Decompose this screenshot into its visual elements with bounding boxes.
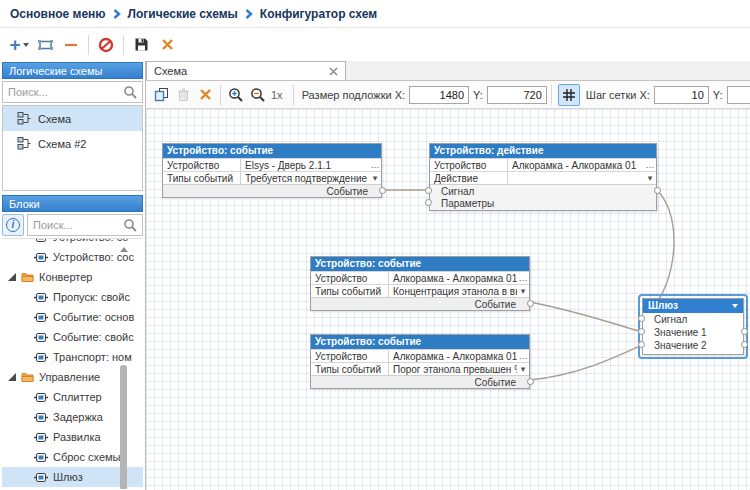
chevron-right-icon: [113, 9, 121, 19]
breadcrumb-item-logic-schemes[interactable]: Логические схемы: [128, 7, 238, 21]
input-port[interactable]: [638, 328, 645, 335]
left-sidebar: Логические схемы: [0, 61, 145, 490]
delete-button[interactable]: [194, 84, 216, 106]
dropdown-caret-icon[interactable]: ▾: [644, 172, 656, 184]
node-gateway[interactable]: Шлюз Сигнал Значение 1: [642, 298, 744, 355]
blocks-tree-item-pass-props[interactable]: Пропуск: свойс: [2, 287, 143, 307]
blocks-tree-item-event-props[interactable]: Событие: свойс: [2, 327, 143, 347]
wire-event3-to-value2[interactable]: [530, 345, 642, 380]
node-title[interactable]: Устройство: событие: [163, 144, 381, 158]
input-port[interactable]: [638, 341, 645, 348]
expander-icon[interactable]: [8, 273, 16, 281]
node-device-event-3[interactable]: Устройство: событие Устройство Алкорамка…: [310, 334, 530, 389]
search-icon[interactable]: [123, 85, 138, 104]
grid-y-input[interactable]: [727, 86, 750, 104]
row-value[interactable]: Elsys - Дверь 2.1.1: [245, 159, 369, 171]
block-icon: [98, 37, 114, 53]
plus-icon: +: [9, 36, 20, 54]
close-button[interactable]: [155, 33, 179, 57]
tab-close-icon[interactable]: [329, 67, 338, 76]
ellipsis-button[interactable]: …: [644, 159, 656, 171]
blocks-tree-item-transport[interactable]: Транспорт: ном: [2, 347, 143, 367]
grid-toggle-button[interactable]: [558, 84, 580, 106]
blocks-tree-item-clipped[interactable]: Устройство: со: [2, 238, 143, 247]
block-icon: [34, 312, 48, 323]
node-title[interactable]: Устройство: действие: [430, 144, 656, 158]
row-label: Действие: [430, 172, 508, 184]
input-port[interactable]: [425, 187, 432, 194]
scrollbar-thumb[interactable]: [120, 365, 127, 489]
port-label: Сигнал: [654, 314, 687, 325]
info-button[interactable]: i: [2, 214, 24, 236]
ellipsis-button[interactable]: …: [369, 159, 381, 171]
input-port[interactable]: [638, 315, 645, 322]
size-x-input[interactable]: [409, 86, 469, 104]
disable-button[interactable]: [94, 33, 118, 57]
node-gateway-selection: Шлюз Сигнал Значение 1: [638, 294, 748, 359]
add-button[interactable]: +: [7, 33, 31, 57]
zoom-out-icon: [250, 87, 266, 103]
grid-x-input[interactable]: [654, 86, 709, 104]
schemes-search-box: [2, 81, 143, 103]
output-port[interactable]: [527, 300, 534, 307]
scheme-canvas[interactable]: Устройство: событие Устройство Elsys - Д…: [146, 109, 750, 490]
row-value[interactable]: Концентрация этанола в выдохе н...: [393, 285, 517, 297]
row-value[interactable]: Алкорамка - Алкорамка 01: [512, 159, 644, 171]
output-port[interactable]: [654, 187, 661, 194]
input-port-label: Параметры: [441, 198, 494, 209]
scroll-up-icon[interactable]: [120, 247, 128, 252]
save-button[interactable]: [129, 33, 153, 57]
tab-schema[interactable]: Схема: [146, 61, 346, 80]
dropdown-caret-icon[interactable]: ▾: [369, 172, 381, 184]
node-row-event-types: Типы событий Концентрация этанола в выдо…: [311, 284, 529, 297]
size-y-input[interactable]: [487, 86, 547, 104]
row-value[interactable]: Алкорамка - Алкорамка 01: [393, 350, 517, 362]
node-device-action[interactable]: Устройство: действие Устройство Алкорамк…: [429, 143, 657, 211]
tab-label: Схема: [154, 65, 329, 77]
minus-icon: [64, 38, 78, 52]
node-device-event-1[interactable]: Устройство: событие Устройство Elsys - Д…: [162, 143, 382, 198]
output-port[interactable]: [379, 187, 386, 194]
blocks-search-row: i: [2, 214, 143, 236]
ellipsis-button[interactable]: …: [517, 350, 529, 362]
chevron-down-icon[interactable]: [732, 304, 738, 308]
blocks-tree: Устройство: со Устройство: сос Конв: [2, 238, 143, 489]
search-icon[interactable]: [123, 218, 138, 237]
blocks-tree-item-event-main[interactable]: Событие: основ: [2, 307, 143, 327]
expander-icon[interactable]: [8, 373, 16, 381]
rename-button[interactable]: [33, 33, 57, 57]
output-port[interactable]: [741, 328, 748, 335]
breadcrumb-item-main-menu[interactable]: Основное меню: [10, 7, 106, 21]
copy-button[interactable]: [150, 84, 172, 106]
blocks-tree-folder-converter[interactable]: Конвертер: [2, 267, 143, 287]
blocks-search-box: [27, 214, 143, 236]
toolbar-separator: [551, 85, 552, 105]
row-value[interactable]: Алкорамка - Алкорамка 01: [393, 272, 517, 284]
wire-event2-to-value1[interactable]: [530, 302, 642, 332]
zoom-out-button[interactable]: [247, 84, 269, 106]
row-label: Типы событий: [163, 172, 241, 184]
node-row-event-types: Типы событий Порог этанола превышен %nm …: [311, 362, 529, 375]
scheme-item-schema[interactable]: Схема: [3, 106, 142, 131]
node-device-event-2[interactable]: Устройство: событие Устройство Алкорамка…: [310, 256, 530, 311]
dropdown-caret-icon[interactable]: ▾: [517, 363, 529, 375]
row-value[interactable]: [512, 172, 644, 184]
node-title[interactable]: Устройство: событие: [311, 335, 529, 349]
output-port-label: Событие: [475, 377, 516, 388]
ellipsis-button[interactable]: …: [517, 272, 529, 284]
blocks-panel-header: Блоки: [2, 195, 143, 212]
scheme-item-schema-2[interactable]: Схема #2: [3, 131, 142, 156]
schemes-search-input[interactable]: [3, 82, 142, 102]
node-title[interactable]: Шлюз: [643, 299, 743, 313]
zoom-in-button[interactable]: [225, 84, 247, 106]
row-value[interactable]: Требуется подтверждение доступ...: [245, 172, 369, 184]
input-port[interactable]: [425, 199, 432, 206]
node-title[interactable]: Устройство: событие: [311, 257, 529, 271]
output-port[interactable]: [527, 378, 534, 385]
dropdown-caret-icon[interactable]: ▾: [517, 285, 529, 297]
output-port[interactable]: [741, 341, 748, 348]
copy-icon: [154, 87, 169, 102]
row-value[interactable]: Порог этанола превышен %nm %...: [393, 363, 517, 375]
remove-button[interactable]: [59, 33, 83, 57]
info-icon: i: [6, 218, 20, 232]
